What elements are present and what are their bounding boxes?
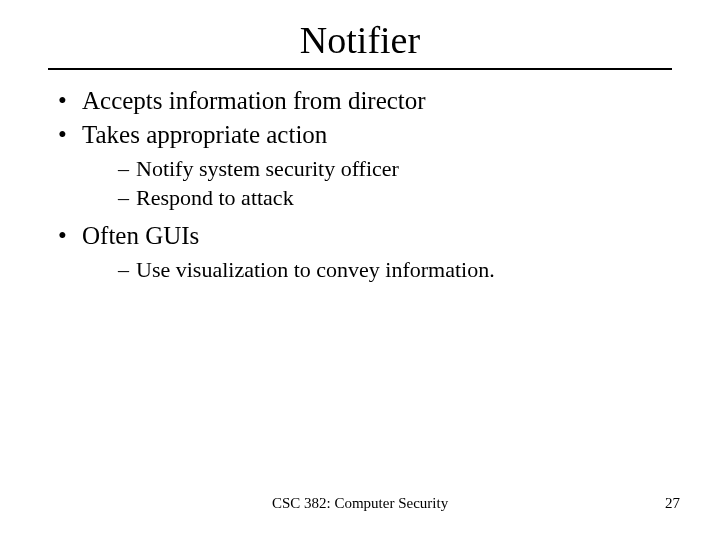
sub-bullet-item: Notify system security officer — [118, 154, 672, 184]
footer-course: CSC 382: Computer Security — [0, 495, 720, 512]
sub-bullet-list: Use visualization to convey information. — [82, 255, 672, 285]
bullet-list: Accepts information from director Takes … — [48, 84, 672, 284]
bullet-text: Takes appropriate action — [82, 121, 327, 148]
slide-title: Notifier — [48, 18, 672, 62]
sub-bullet-text: Respond to attack — [136, 185, 294, 210]
sub-bullet-list: Notify system security officer Respond t… — [82, 154, 672, 213]
sub-bullet-item: Respond to attack — [118, 183, 672, 213]
bullet-item: Takes appropriate action Notify system s… — [48, 118, 672, 213]
sub-bullet-text: Use visualization to convey information. — [136, 257, 495, 282]
bullet-text: Often GUIs — [82, 222, 199, 249]
bullet-item: Often GUIs Use visualization to convey i… — [48, 219, 672, 284]
slide: Notifier Accepts information from direct… — [0, 0, 720, 540]
slide-content: Accepts information from director Takes … — [48, 84, 672, 284]
bullet-item: Accepts information from director — [48, 84, 672, 118]
sub-bullet-text: Notify system security officer — [136, 156, 399, 181]
bullet-text: Accepts information from director — [82, 87, 426, 114]
title-divider — [48, 68, 672, 70]
sub-bullet-item: Use visualization to convey information. — [118, 255, 672, 285]
footer-page-number: 27 — [665, 495, 680, 512]
slide-footer: CSC 382: Computer Security 27 — [0, 495, 720, 512]
